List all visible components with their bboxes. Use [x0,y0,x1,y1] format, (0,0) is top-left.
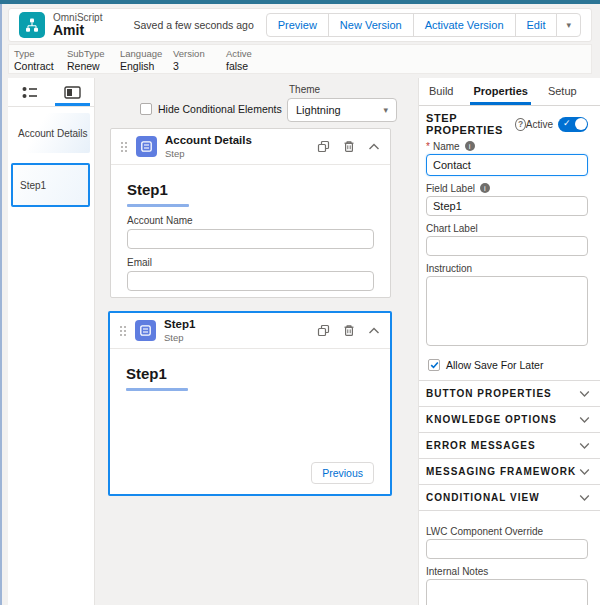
field-label-input[interactable] [426,196,588,216]
form-group-lwc-override: LWC Component Override [426,525,588,559]
new-version-button[interactable]: New Version [328,13,414,37]
step-icon [136,136,157,157]
collapse-button[interactable] [368,142,380,151]
collapse-button[interactable] [368,326,380,335]
form-field-email: Email [127,257,374,291]
allow-save-label: Allow Save For Later [446,359,543,371]
copy-icon [317,324,330,337]
panel-tabs: Build Properties Setup [419,78,600,106]
instruction-textarea[interactable] [426,276,588,346]
account-name-input[interactable] [127,229,374,249]
info-icon[interactable]: i [465,141,475,151]
header-button-group: Preview New Version Activate Version Edi… [266,13,581,37]
help-icon[interactable]: ? [515,118,525,131]
drag-handle-icon[interactable] [121,142,127,152]
card-subtitle: Step [164,332,195,343]
lwc-override-input[interactable] [426,539,588,559]
chevron-up-icon [368,326,380,335]
required-marker: * [426,141,430,152]
tab-build[interactable]: Build [429,85,453,105]
drag-handle-icon[interactable] [120,326,126,336]
name-label: Name [433,141,460,152]
list-icon [22,86,38,99]
lwc-override-label: LWC Component Override [426,526,543,537]
heading-underline [127,204,189,207]
chevron-up-icon [368,142,380,151]
accordion-messaging-framework[interactable]: MESSAGING FRAMEWORK [419,459,600,485]
instruction-label: Instruction [426,263,472,274]
dropdown-arrow-icon: ▾ [566,20,571,30]
form-field-account-name: Account Name [127,215,374,249]
top-border [0,0,600,4]
tab-structure[interactable] [51,78,94,106]
structure-sidebar: Account Details Step1 [8,78,95,605]
allow-save-checkbox[interactable] [428,359,440,371]
chevron-down-icon [579,390,590,398]
accordion-error-messages[interactable]: ERROR MESSAGES [419,433,600,459]
meta-active: Active false [226,48,279,73]
form-group-internal-notes: Internal Notes [426,565,588,605]
copy-icon [317,140,330,153]
meta-type: Type Contract [14,48,67,73]
delete-button[interactable] [343,324,355,337]
previous-button[interactable]: Previous [311,462,374,484]
form-group-name: * Name i [426,140,588,176]
tab-elements[interactable] [8,78,51,106]
step-card-account-details[interactable]: Account Details Step [110,128,391,298]
chevron-down-icon [579,468,590,476]
accordion-knowledge-options[interactable]: KNOWLEDGE OPTIONS [419,407,600,433]
heading-underline [126,388,188,391]
delete-button[interactable] [343,140,355,153]
sidebar-item-step1[interactable]: Step1 [11,163,90,207]
save-status: Saved a few seconds ago [133,19,253,31]
email-input[interactable] [127,271,374,291]
step-card-step1[interactable]: Step1 Step [108,311,392,496]
info-icon[interactable]: i [480,183,490,193]
internal-notes-label: Internal Notes [426,566,488,577]
chart-label-label: Chart Label [426,223,478,234]
card-body: Step1 Previous [110,349,390,494]
trash-icon [343,140,355,153]
theme-select[interactable]: Lightning ▾ [287,98,397,122]
edit-button[interactable]: Edit [515,13,558,37]
theme-value: Lightning [296,104,341,116]
accordion-conditional-view[interactable]: CONDITIONAL VIEW [419,485,600,511]
accordion-button-properties[interactable]: BUTTON PROPERTIES [419,381,600,407]
sidebar-item-account-details[interactable]: Account Details [11,113,90,153]
allow-save-row: Allow Save For Later [428,359,588,371]
chevron-down-icon [579,416,590,424]
chevron-down-icon [579,442,590,450]
omniscript-icon [19,12,45,38]
card-header: Account Details Step [111,129,390,165]
chevron-down-icon [579,494,590,502]
name-input[interactable] [426,154,588,176]
omniscript-designer: OmniScript Amit Saved a few seconds ago … [0,0,600,605]
chevron-down-icon: ▾ [383,105,388,115]
activate-version-button[interactable]: Activate Version [413,13,516,37]
preview-button[interactable]: Preview [266,13,329,37]
card-body: Step1 Account Name Email [111,165,390,297]
duplicate-button[interactable] [317,324,330,337]
form-group-chart-label: Chart Label [426,222,588,256]
step-heading: Step1 [127,181,374,198]
form-group-field-label: Field Label i [426,182,588,216]
card-header: Step1 Step [110,313,390,349]
tab-properties[interactable]: Properties [473,85,527,105]
trash-icon [343,324,355,337]
active-toggle[interactable]: ✓ [558,117,588,132]
section-title: STEP PROPERTIES [426,112,510,136]
duplicate-button[interactable] [317,140,330,153]
record-meta-bar: Type Contract SubType Renew Language Eng… [8,44,592,74]
tab-setup[interactable]: Setup [548,85,577,105]
meta-subtype: SubType Renew [67,48,120,73]
chart-label-input[interactable] [426,236,588,256]
meta-language: Language English [120,48,173,73]
theme-group: Theme Lightning ▾ [287,84,397,122]
hide-conditional-checkbox[interactable] [140,103,152,115]
sidebar-tabs [8,78,94,107]
more-actions-button[interactable]: ▾ [556,13,581,37]
internal-notes-textarea[interactable] [426,579,588,605]
app-header: OmniScript Amit Saved a few seconds ago … [8,8,592,42]
step-heading: Step1 [126,365,374,382]
card-subtitle: Step [165,148,252,159]
